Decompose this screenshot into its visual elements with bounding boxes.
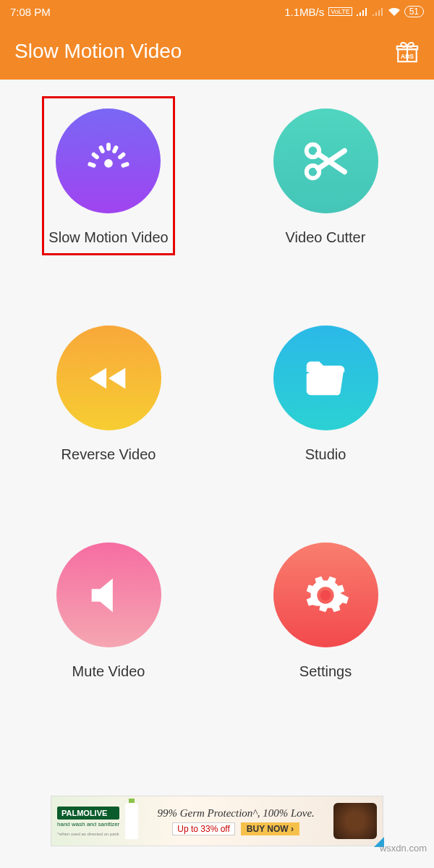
mute-video-label: Mute Video (72, 663, 145, 680)
battery-icon: 51 (404, 6, 424, 17)
ad-headline: 99% Germ Protection^, 100% Love. (157, 807, 314, 820)
svg-text:ADS: ADS (401, 53, 414, 60)
rewind-icon (83, 353, 134, 404)
status-time: 7:08 PM (10, 6, 51, 18)
reverse-video-label: Reverse Video (61, 446, 156, 463)
mute-video-button[interactable]: Mute Video (56, 542, 161, 680)
slow-motion-video-button[interactable]: Slow Motion Video (42, 96, 174, 255)
ad-product-image-2 (333, 803, 377, 839)
signal-icon-2 (373, 7, 384, 16)
net-speed: 1.1MB/s (284, 6, 324, 18)
volte-icon: VoLTE (328, 7, 352, 16)
speedometer-icon (83, 136, 134, 187)
settings-label: Settings (299, 663, 352, 680)
status-icons: 1.1MB/s VoLTE 51 (284, 6, 424, 18)
ad-cta-button[interactable]: BUY NOW › (241, 822, 299, 835)
ads-gift-icon[interactable]: ADS (395, 39, 420, 64)
ad-brand-block: PALMOLIVE hand wash and sanitizer ^when … (57, 807, 119, 836)
ad-disclaimer: ^when used as directed on pack (57, 832, 119, 836)
studio-label: Studio (305, 446, 346, 463)
gear-icon (300, 570, 351, 621)
ad-copy: 99% Germ Protection^, 100% Love. Up to 3… (144, 807, 328, 835)
wifi-icon (388, 7, 400, 16)
scissors-icon (300, 136, 351, 187)
status-bar: 7:08 PM 1.1MB/s VoLTE 51 (0, 0, 434, 23)
folder-icon (300, 353, 351, 404)
ad-product-image (125, 803, 138, 839)
ad-brand: PALMOLIVE (57, 807, 119, 820)
studio-button[interactable]: Studio (273, 326, 378, 463)
speaker-icon (83, 570, 134, 621)
app-header: Slow Motion Video ADS (0, 23, 434, 80)
ad-brand-sub: hand wash and sanitizer (57, 821, 119, 827)
slow-motion-label: Slow Motion Video (48, 229, 168, 246)
video-cutter-label: Video Cutter (286, 229, 366, 246)
settings-button[interactable]: Settings (273, 542, 378, 680)
svg-point-5 (320, 590, 331, 600)
signal-icon (357, 7, 368, 16)
page-title: Slow Motion Video (14, 40, 182, 63)
ad-offer: Up to 33% off (172, 822, 235, 835)
watermark: wsxdn.com (380, 843, 427, 854)
reverse-video-button[interactable]: Reverse Video (56, 326, 161, 463)
video-cutter-button[interactable]: Video Cutter (273, 109, 378, 246)
main-menu-grid: Slow Motion Video Video Cutter Reverse V… (0, 80, 434, 680)
ad-banner[interactable]: PALMOLIVE hand wash and sanitizer ^when … (51, 796, 383, 846)
